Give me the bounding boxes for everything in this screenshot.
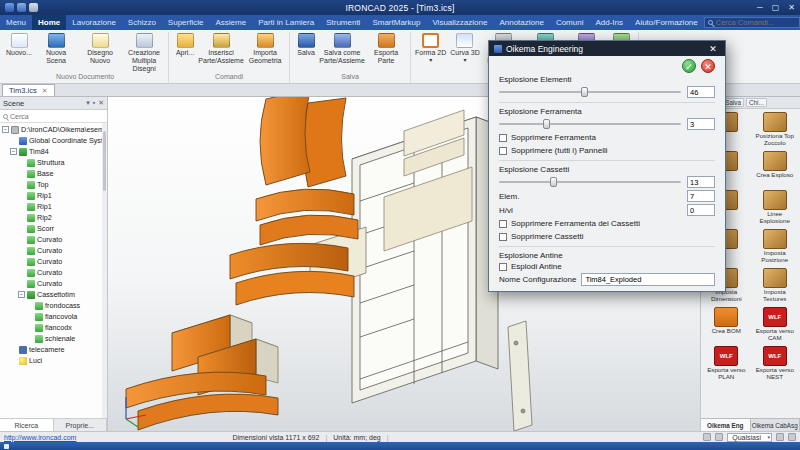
panel-close-icon[interactable]: ✕ [98, 99, 104, 107]
elem-value[interactable] [687, 190, 715, 202]
tab-oikema-cabasg[interactable]: Oikema CabAsg [751, 419, 800, 431]
undo-icon[interactable] [29, 3, 38, 12]
tree-item-fiancovola[interactable]: fiancovola [0, 311, 107, 322]
collapse-toggle-icon[interactable] [2, 126, 9, 133]
catalog-item-linee-esplosione[interactable]: Linee Esplosione [751, 190, 800, 226]
tab-assieme[interactable]: Assieme [209, 15, 252, 30]
dialog-close-icon[interactable]: ✕ [706, 44, 720, 54]
windows-taskbar[interactable] [0, 442, 800, 450]
catalog-item-esporta-verso-nest[interactable]: WLFEsporta verso NEST [751, 346, 800, 382]
tree-item-top[interactable]: Top [0, 179, 107, 190]
tree-item-cassettotim[interactable]: Cassettotim [0, 289, 107, 300]
grid-icon[interactable] [715, 433, 723, 441]
catalog-item-crea-bom[interactable]: Crea BOM [702, 307, 751, 343]
tree-item-curvato-3[interactable]: Curvato [0, 256, 107, 267]
catalog-chiudi-button[interactable]: Chi... [746, 98, 767, 107]
salva-button[interactable]: Salva [293, 32, 319, 58]
snap-icon[interactable] [703, 433, 711, 441]
catalog-item-imposta-posizione[interactable]: Imposta Posizione [751, 229, 800, 265]
tab-add-ins[interactable]: Add-Ins [589, 15, 629, 30]
forma-2d-button[interactable]: Forma 2D [414, 32, 447, 65]
tree-item-schienale[interactable]: schienale [0, 333, 107, 344]
importa-geometria-button[interactable]: Importa Geometria [244, 32, 286, 66]
app-icon[interactable] [5, 3, 14, 12]
nome-configurazione-input[interactable] [581, 273, 715, 286]
disegno-nuovo-button[interactable]: Disegno Nuovo [79, 32, 121, 66]
tree-item-tim84[interactable]: Tim84 [0, 146, 107, 157]
camera-mode-icon[interactable] [788, 433, 796, 441]
tree-item-fiancodx[interactable]: fiancodx [0, 322, 107, 333]
close-document-icon[interactable]: ✕ [42, 87, 48, 95]
tab-annotazione[interactable]: Annotazione [493, 15, 549, 30]
tab-superficie[interactable]: Superficie [162, 15, 210, 30]
tab-comuni[interactable]: Comuni [550, 15, 590, 30]
tab-proprieta[interactable]: Proprie... [54, 419, 108, 431]
tree-item-telecamere[interactable]: telecamere [0, 344, 107, 355]
tree-item-rip1b[interactable]: Rip1 [0, 201, 107, 212]
collapse-toggle-icon[interactable] [10, 148, 17, 155]
nuova-scena-button[interactable]: Nuova Scena [35, 32, 77, 66]
apri-button[interactable]: Apri... [172, 32, 198, 58]
maximize-button[interactable]: ▢ [772, 3, 780, 12]
collapse-toggle-icon[interactable] [18, 291, 25, 298]
tree-item-gcs[interactable]: Global Coordinate System [0, 135, 107, 146]
esplodi-antine-checkbox[interactable] [499, 263, 507, 271]
tree-item-rip1[interactable]: Rip1 [0, 190, 107, 201]
tab-menu[interactable]: Menu [0, 15, 32, 30]
esplosione-elementi-slider[interactable] [499, 87, 681, 97]
scene-search-input[interactable] [10, 113, 104, 120]
catalog-item-esporta-verso-cam[interactable]: WLFEsporta verso CAM [751, 307, 800, 343]
panel-options-icon[interactable]: ▾ [86, 99, 90, 107]
tree-item-curvato-4[interactable]: Curvato [0, 267, 107, 278]
tree-item-base[interactable]: Base [0, 168, 107, 179]
selection-filter-dropdown[interactable]: Qualsiasi [727, 433, 772, 442]
tree-scrollbar[interactable] [102, 123, 107, 418]
esplosione-cassetti-slider[interactable] [499, 177, 681, 187]
tree-item-curvato-2[interactable]: Curvato [0, 245, 107, 256]
esporta-parte-button[interactable]: Esporta Parte [365, 32, 407, 66]
tree-item-luci[interactable]: Luci [0, 355, 107, 366]
scene-search[interactable] [0, 110, 107, 123]
panel-pin-icon[interactable]: ▪ [93, 99, 95, 107]
inserisci-parte-button[interactable]: Inserisci Parte/Assieme [200, 32, 242, 66]
creazione-multipla-button[interactable]: Creazione Multipla Disegni [123, 32, 165, 73]
hvl-value[interactable] [687, 204, 715, 216]
tree-item-scorr[interactable]: Scorr [0, 223, 107, 234]
confirm-button[interactable] [682, 59, 696, 73]
dialog-title-bar[interactable]: Oikema Engineering ✕ [489, 41, 725, 56]
catalog-item-imposta-textures[interactable]: Imposta Textures [751, 268, 800, 304]
tree-item-frondocass[interactable]: frondocass [0, 300, 107, 311]
esplosione-ferramenta-slider[interactable] [499, 119, 681, 129]
minimize-button[interactable]: ─ [757, 3, 763, 12]
tab-aiuto-formazione[interactable]: Aiuto/Formazione [629, 15, 704, 30]
curva-3d-button[interactable]: Curva 3D [449, 32, 481, 65]
catalog-item-esporta-verso-plan[interactable]: WLFEsporta verso PLAN [702, 346, 751, 382]
tab-strumenti[interactable]: Strumenti [320, 15, 366, 30]
tab-home[interactable]: Home [32, 15, 66, 30]
catalog-item-crea-esploso[interactable]: Crea Esploso [751, 151, 800, 187]
tab-lavorazione[interactable]: Lavorazione [66, 15, 122, 30]
catalog-item-posiziona-top-zoccolo[interactable]: Posiziona Top Zoccolo [751, 112, 800, 148]
render-mode-icon[interactable] [776, 433, 784, 441]
tab-parti-in-lamiera[interactable]: Parti in Lamiera [252, 15, 320, 30]
tab-ricerca[interactable]: Ricerca [0, 419, 54, 431]
tree-item-struttura[interactable]: Struttura [0, 157, 107, 168]
sopprimere-ferramenta-cassetti-checkbox[interactable] [499, 220, 507, 228]
start-button-icon[interactable] [4, 444, 9, 449]
esplosione-ferramenta-value[interactable] [687, 118, 715, 130]
command-search[interactable] [704, 17, 800, 28]
tab-schizzo[interactable]: Schizzo [122, 15, 162, 30]
ironcad-link[interactable]: http://www.ironcad.com [4, 434, 76, 441]
close-button[interactable]: ✕ [788, 3, 795, 12]
sopprimere-pannelli-checkbox[interactable] [499, 147, 507, 155]
salva-come-button[interactable]: Salva come Parte/Assieme [321, 32, 363, 66]
esplosione-cassetti-value[interactable] [687, 176, 715, 188]
esplosione-elementi-value[interactable] [687, 86, 715, 98]
tree-item-curvato-5[interactable]: Curvato [0, 278, 107, 289]
sopprimere-cassetti-checkbox[interactable] [499, 233, 507, 241]
tree-item-curvato-1[interactable]: Curvato [0, 234, 107, 245]
command-search-input[interactable] [716, 18, 796, 27]
tab-smartmarkup[interactable]: SmartMarkup [366, 15, 426, 30]
tree-item-rip2[interactable]: Rip2 [0, 212, 107, 223]
sopprimere-ferramenta-checkbox[interactable] [499, 134, 507, 142]
